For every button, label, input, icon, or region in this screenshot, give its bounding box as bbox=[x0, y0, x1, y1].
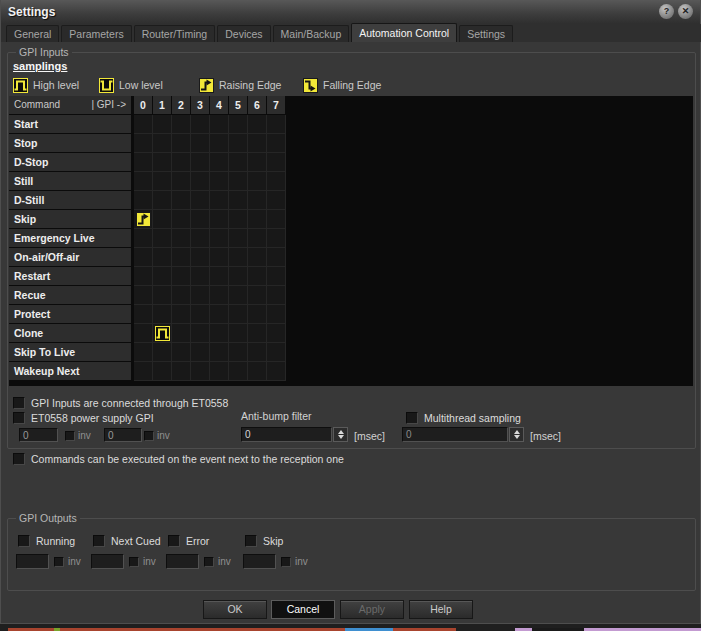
gpi-cell[interactable] bbox=[248, 153, 267, 172]
gpi-cell[interactable] bbox=[153, 153, 172, 172]
command-label[interactable]: D-Stop bbox=[9, 153, 131, 171]
gpi-cell[interactable] bbox=[153, 362, 172, 381]
inv-checkbox[interactable] bbox=[54, 557, 64, 567]
gpi-cell[interactable] bbox=[210, 362, 229, 381]
gpi-cell[interactable] bbox=[248, 210, 267, 229]
gpi-cell[interactable] bbox=[191, 286, 210, 305]
gpi-cell[interactable] bbox=[134, 362, 153, 381]
gpi-cell[interactable] bbox=[134, 153, 153, 172]
connected-checkbox[interactable] bbox=[13, 397, 25, 409]
gpi-cell[interactable] bbox=[267, 286, 286, 305]
command-label[interactable]: Skip To Live bbox=[9, 343, 131, 361]
gpi-cell[interactable] bbox=[172, 343, 191, 362]
command-label[interactable]: Clone bbox=[9, 324, 131, 342]
gpi-cell[interactable] bbox=[267, 324, 286, 343]
gpi-cell[interactable] bbox=[153, 286, 172, 305]
gpi-cell[interactable] bbox=[210, 267, 229, 286]
gpi-cell[interactable] bbox=[229, 324, 248, 343]
gpi-cell[interactable] bbox=[153, 305, 172, 324]
gpi-cell[interactable] bbox=[134, 229, 153, 248]
spinner-up-button[interactable] bbox=[338, 430, 344, 434]
gpi-cell[interactable] bbox=[134, 324, 153, 343]
gpi-cell[interactable] bbox=[172, 362, 191, 381]
command-label[interactable]: Start bbox=[9, 115, 131, 133]
commands-next-event-checkbox[interactable] bbox=[13, 453, 25, 465]
gpi-cell[interactable] bbox=[153, 115, 172, 134]
gpi-cell[interactable] bbox=[172, 134, 191, 153]
gpi-cell[interactable] bbox=[191, 305, 210, 324]
gpi-cell[interactable] bbox=[210, 305, 229, 324]
gpi-cell[interactable] bbox=[210, 324, 229, 343]
close-button[interactable]: ✕ bbox=[678, 4, 693, 19]
gpi-cell[interactable] bbox=[229, 362, 248, 381]
gpi-cell[interactable] bbox=[267, 115, 286, 134]
gpi-cell[interactable] bbox=[229, 210, 248, 229]
spinner-down-button[interactable] bbox=[338, 435, 344, 439]
gpi-cell[interactable] bbox=[153, 191, 172, 210]
tab-settings[interactable]: Settings bbox=[459, 25, 513, 42]
gpi-cell[interactable] bbox=[134, 343, 153, 362]
gpi-cell[interactable] bbox=[191, 172, 210, 191]
gpi-cell[interactable] bbox=[191, 324, 210, 343]
error-checkbox[interactable] bbox=[168, 535, 180, 547]
gpi-cell[interactable] bbox=[210, 229, 229, 248]
skip-gpi-field[interactable] bbox=[243, 554, 276, 569]
anti-bump-input[interactable]: 0 bbox=[241, 427, 332, 442]
gpi-cell[interactable] bbox=[210, 343, 229, 362]
tab-devices[interactable]: Devices bbox=[217, 25, 270, 42]
gpi-cell[interactable] bbox=[172, 153, 191, 172]
gpi-cell[interactable] bbox=[248, 115, 267, 134]
gpi-cell[interactable] bbox=[229, 248, 248, 267]
gpi-cell[interactable] bbox=[210, 210, 229, 229]
tab-parameters[interactable]: Parameters bbox=[61, 25, 131, 42]
gpi-cell[interactable] bbox=[248, 324, 267, 343]
spinner-down-button[interactable] bbox=[514, 435, 520, 439]
gpi-cell[interactable] bbox=[153, 229, 172, 248]
gpi-cell[interactable] bbox=[191, 153, 210, 172]
gpi-cell[interactable] bbox=[229, 305, 248, 324]
tab-automation-control[interactable]: Automation Control bbox=[351, 23, 457, 42]
gpi-cell[interactable] bbox=[191, 343, 210, 362]
command-label[interactable]: Stop bbox=[9, 134, 131, 152]
gpi-cell[interactable] bbox=[134, 172, 153, 191]
gpi-cell[interactable] bbox=[210, 286, 229, 305]
gpi-cell[interactable] bbox=[229, 191, 248, 210]
gpi-cell[interactable] bbox=[172, 172, 191, 191]
gpi-cell[interactable] bbox=[267, 229, 286, 248]
gpi-cell[interactable] bbox=[267, 343, 286, 362]
gpi-cell[interactable] bbox=[153, 248, 172, 267]
gpi-cell[interactable] bbox=[191, 115, 210, 134]
power-gpi-field-2[interactable]: 0 bbox=[104, 428, 142, 442]
gpi-cell[interactable] bbox=[172, 248, 191, 267]
window-titlebar[interactable]: Settings ? ✕ bbox=[1, 0, 700, 25]
gpi-cell[interactable] bbox=[172, 229, 191, 248]
help-button[interactable]: ? bbox=[659, 4, 674, 19]
gpi-cell[interactable] bbox=[248, 305, 267, 324]
spinner-up-button[interactable] bbox=[514, 430, 520, 434]
tab-router-timing[interactable]: Router/Timing bbox=[134, 25, 216, 42]
tab-general[interactable]: General bbox=[6, 25, 59, 42]
gpi-cell[interactable] bbox=[229, 229, 248, 248]
gpi-cell[interactable] bbox=[267, 210, 286, 229]
gpi-cell[interactable] bbox=[172, 305, 191, 324]
gpi-cell[interactable] bbox=[248, 267, 267, 286]
command-label[interactable]: Still bbox=[9, 172, 131, 190]
error-gpi-field[interactable] bbox=[166, 554, 199, 569]
gpi-cell[interactable] bbox=[153, 172, 172, 191]
gpi-cell[interactable] bbox=[191, 210, 210, 229]
command-label[interactable]: Wakeup Next bbox=[9, 362, 131, 380]
gpi-cell[interactable] bbox=[267, 134, 286, 153]
gpi-cell[interactable] bbox=[191, 134, 210, 153]
gpi-cell[interactable] bbox=[153, 343, 172, 362]
gpi-cell[interactable] bbox=[134, 210, 153, 229]
gpi-cell[interactable] bbox=[191, 248, 210, 267]
gpi-cell[interactable] bbox=[134, 191, 153, 210]
gpi-cell[interactable] bbox=[210, 153, 229, 172]
gpi-cell[interactable] bbox=[229, 115, 248, 134]
gpi-cell[interactable] bbox=[248, 229, 267, 248]
gpi-cell[interactable] bbox=[210, 172, 229, 191]
gpi-cell[interactable] bbox=[172, 210, 191, 229]
command-label[interactable]: D-Still bbox=[9, 191, 131, 209]
next-cued-gpi-field[interactable] bbox=[91, 554, 124, 569]
tab-main-backup[interactable]: Main/Backup bbox=[273, 25, 350, 42]
